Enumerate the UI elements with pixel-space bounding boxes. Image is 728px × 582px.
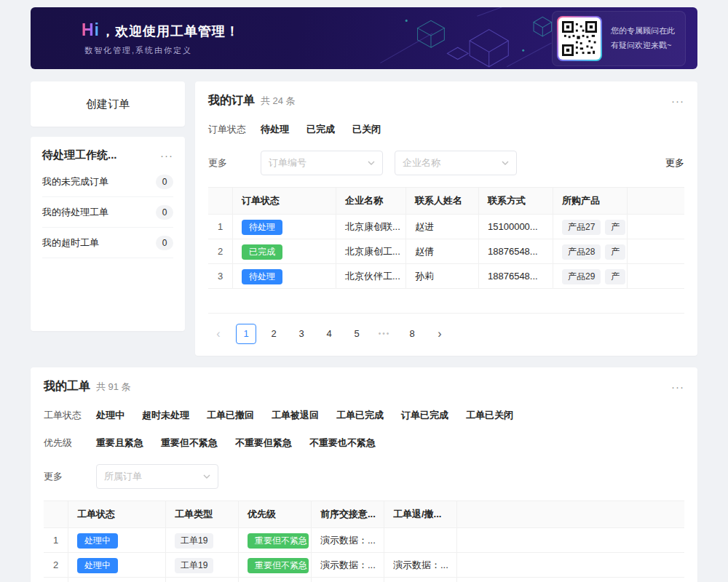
company-name-select[interactable]: 企业名称	[395, 151, 517, 175]
parent-order-select[interactable]: 所属订单	[96, 464, 218, 489]
status-option-done[interactable]: 已完成	[306, 123, 335, 136]
content-row: 创建订单 待处理工作统... ··· 我的未完成订单 0 我的待处理工单 0	[31, 81, 697, 356]
chevron-down-icon	[368, 161, 375, 165]
order-number-select[interactable]: 订单编号	[261, 151, 383, 175]
pagination-ellipsis-icon[interactable]: •••	[374, 324, 395, 344]
col-withdraw-note: 工单退/撤...	[384, 501, 457, 527]
status-option-ticket-done[interactable]: 工单已完成	[336, 409, 384, 422]
company-cell: 北京伙伴工...	[336, 264, 406, 288]
col-order-status: 订单状态	[233, 188, 336, 214]
pagination-page-1[interactable]: 1	[236, 324, 256, 344]
product-tag: 产品27	[562, 220, 601, 235]
pagination-page-3[interactable]: 3	[291, 324, 312, 344]
stat-count-badge: 0	[156, 236, 173, 250]
order-number-placeholder: 订单编号	[269, 156, 306, 170]
more-icon[interactable]: ···	[671, 381, 684, 392]
ticket-row-2[interactable]: 2 处理中 工单19 重要但不紧急 演示数据：... 演示数据：...	[44, 553, 684, 578]
tickets-status-options: 处理中 超时未处理 工单已撤回 工单被退回 工单已完成 订单已完成 工单已关闭	[96, 409, 513, 422]
col-company: 企业名称	[336, 188, 406, 214]
status-option-closed[interactable]: 已关闭	[352, 123, 381, 136]
status-badge: 待处理	[242, 220, 282, 235]
pagination-page-4[interactable]: 4	[319, 324, 339, 344]
contact-cell: 孙莉	[406, 264, 479, 288]
row-index: 2	[208, 239, 233, 263]
col-empty	[628, 188, 684, 214]
tickets-more-label: 更多	[44, 470, 96, 483]
row-index: 1	[44, 528, 68, 552]
status-option-order-done[interactable]: 订单已完成	[401, 409, 448, 422]
tickets-priority-options: 重要且紧急 重要但不紧急 不重要但紧急 不重要也不紧急	[96, 436, 376, 450]
status-option-overtime[interactable]: 超时未处理	[142, 409, 189, 422]
tickets-status-filter: 工单状态 处理中 超时未处理 工单已撤回 工单被退回 工单已完成 订单已完成 工…	[44, 409, 684, 422]
stat-label: 我的超时工单	[42, 236, 99, 250]
col-ticket-status: 工单状态	[68, 501, 166, 527]
orders-more-label: 更多	[208, 156, 261, 170]
banner-title: Hi，欢迎使用工单管理！	[82, 20, 240, 40]
withdraw-cell: 演示数据：...	[384, 553, 457, 577]
status-option-pending[interactable]: 待处理	[261, 123, 289, 136]
orders-status-label: 订单状态	[208, 123, 261, 136]
my-orders-panel: 我的订单 共 24 条 ··· 订单状态 待处理 已完成 已关闭 更多 订单编号	[195, 81, 697, 356]
empty-cell	[628, 239, 684, 263]
priority-option-not-important-urgent[interactable]: 不重要但紧急	[235, 436, 292, 450]
company-name-placeholder: 企业名称	[403, 156, 440, 170]
create-order-button[interactable]: 创建订单	[31, 81, 185, 127]
orders-status-filter: 订单状态 待处理 已完成 已关闭	[208, 123, 684, 136]
col-ticket-type: 工单类型	[166, 501, 239, 527]
products-cell: 产品27产	[553, 215, 628, 239]
order-row-2[interactable]: 2 已完成 北京康创工... 赵倩 18876548... 产品28产	[208, 239, 684, 264]
col-empty	[457, 501, 684, 527]
pagination-prev-icon[interactable]: ‹	[208, 324, 229, 344]
status-option-returned[interactable]: 工单被退回	[272, 409, 319, 422]
stat-label: 我的待处理工单	[42, 206, 108, 219]
pagination-page-8[interactable]: 8	[402, 324, 422, 344]
contact-cell: 赵倩	[406, 239, 479, 263]
status-badge: 处理中	[77, 533, 118, 549]
stat-count-badge: 0	[156, 205, 173, 220]
stats-card-title: 待处理工作统...	[42, 148, 117, 162]
status-option-processing[interactable]: 处理中	[96, 409, 124, 422]
phone-cell: 15100000...	[479, 215, 553, 239]
qr-code	[558, 17, 601, 60]
welcome-banner: Hi，欢迎使用工单管理！ 数智化管理,系统由你定义	[31, 7, 697, 69]
empty-cell	[457, 578, 684, 582]
status-option-withdrawn[interactable]: 工单已撤回	[207, 409, 254, 422]
empty-cell	[457, 528, 684, 552]
col-priority: 优先级	[239, 501, 312, 527]
tickets-priority-filter: 优先级 重要且紧急 重要但不紧急 不重要但紧急 不重要也不紧急	[44, 436, 684, 450]
banner-subtitle: 数智化管理,系统由你定义	[84, 45, 240, 56]
product-tag: 产	[605, 269, 625, 284]
stat-row-overtime-tickets[interactable]: 我的超时工单 0	[42, 228, 173, 258]
orders-panel-header: 我的订单 共 24 条 ···	[208, 93, 684, 108]
tickets-panel-header: 我的工单 共 91 条 ···	[44, 379, 684, 394]
ticket-row-3[interactable]: 3 超时未处理 工单9 重要但不紧急 演示数据：... 演示数据：...	[44, 578, 684, 582]
qr-code-icon	[562, 21, 597, 56]
withdraw-cell: 演示数据：...	[384, 578, 457, 582]
orders-pagination: ‹ 1 2 3 4 5 ••• 8 ›	[208, 324, 684, 344]
priority-option-important-urgent[interactable]: 重要且紧急	[96, 436, 143, 450]
tickets-panel-title: 我的工单	[44, 379, 90, 394]
more-icon[interactable]: ···	[160, 150, 173, 161]
qr-code-frame	[557, 16, 602, 61]
order-row-1[interactable]: 1 待处理 北京康创联... 赵进 15100000... 产品27产	[208, 215, 684, 239]
stat-row-pending-tickets[interactable]: 我的待处理工单 0	[42, 197, 173, 228]
orders-more-filters: 更多 订单编号 企业名称 更多	[208, 151, 684, 175]
pagination-page-5[interactable]: 5	[347, 324, 367, 344]
more-icon[interactable]: ···	[671, 95, 684, 106]
priority-option-important-not-urgent[interactable]: 重要但不紧急	[161, 436, 218, 450]
orders-table: 订单状态 企业名称 联系人姓名 联系方式 所购产品 1 待处理 北京康创联...…	[208, 187, 684, 314]
status-option-closed[interactable]: 工单已关闭	[466, 409, 513, 422]
priority-option-not-important-not-urgent[interactable]: 不重要也不紧急	[309, 436, 376, 450]
company-cell: 北京康创工...	[336, 239, 406, 263]
pagination-page-2[interactable]: 2	[264, 324, 284, 344]
pagination-next-icon[interactable]: ›	[430, 324, 450, 344]
stats-card-header: 待处理工作统... ···	[42, 148, 173, 162]
stat-row-unfinished-orders[interactable]: 我的未完成订单 0	[42, 167, 173, 197]
empty-cell	[628, 215, 684, 239]
ticket-row-1[interactable]: 1 处理中 工单19 重要但不紧急 演示数据：...	[44, 528, 684, 553]
orders-status-options: 待处理 已完成 已关闭	[261, 123, 381, 136]
order-row-3[interactable]: 3 待处理 北京伙伴工... 孙莉 18876548... 产品29产	[208, 264, 684, 289]
empty-cell	[457, 553, 684, 577]
col-contact-name: 联系人姓名	[406, 188, 479, 214]
orders-more-link[interactable]: 更多	[665, 156, 684, 170]
